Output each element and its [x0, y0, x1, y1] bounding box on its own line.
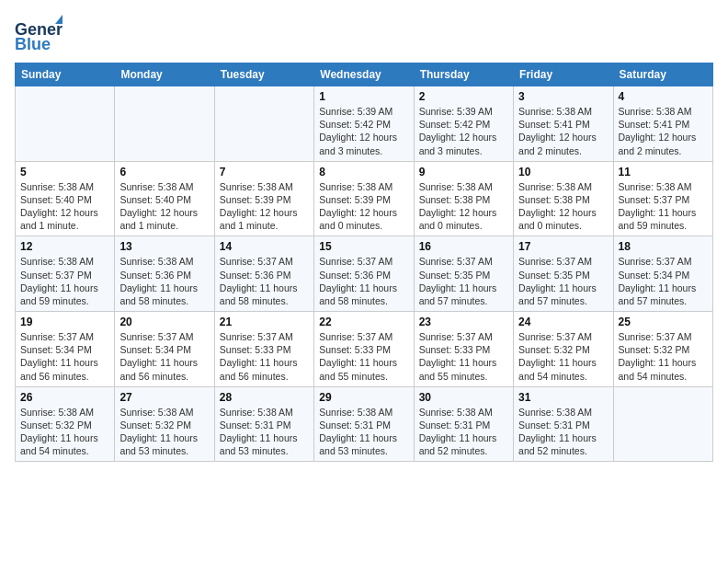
day-number: 11 [619, 166, 708, 178]
day-number: 15 [319, 240, 408, 253]
empty-cell [115, 86, 214, 162]
weekday-header-friday: Friday [514, 63, 613, 86]
day-number: 28 [220, 391, 309, 404]
day-cell-14: 14Sunrise: 5:37 AM Sunset: 5:36 PM Dayli… [214, 236, 313, 312]
day-info: Sunrise: 5:38 AM Sunset: 5:40 PM Dayligh… [119, 180, 209, 233]
day-cell-29: 29Sunrise: 5:38 AM Sunset: 5:31 PM Dayli… [314, 386, 414, 462]
day-info: Sunrise: 5:39 AM Sunset: 5:42 PM Dayligh… [319, 105, 408, 157]
day-cell-28: 28Sunrise: 5:38 AM Sunset: 5:31 PM Dayli… [214, 386, 313, 462]
day-cell-22: 22Sunrise: 5:37 AM Sunset: 5:33 PM Dayli… [314, 312, 414, 387]
day-cell-3: 3Sunrise: 5:38 AM Sunset: 5:41 PM Daylig… [514, 86, 613, 162]
day-cell-26: 26Sunrise: 5:38 AM Sunset: 5:32 PM Dayli… [16, 386, 115, 462]
day-number: 20 [119, 316, 209, 328]
day-info: Sunrise: 5:38 AM Sunset: 5:37 PM Dayligh… [619, 180, 708, 233]
day-cell-21: 21Sunrise: 5:37 AM Sunset: 5:33 PM Dayli… [214, 312, 313, 387]
day-number: 8 [319, 166, 408, 178]
day-cell-23: 23Sunrise: 5:37 AM Sunset: 5:33 PM Dayli… [414, 312, 513, 387]
day-number: 30 [419, 391, 508, 404]
day-cell-17: 17Sunrise: 5:37 AM Sunset: 5:35 PM Dayli… [514, 236, 613, 312]
day-info: Sunrise: 5:37 AM Sunset: 5:34 PM Dayligh… [119, 330, 209, 383]
day-info: Sunrise: 5:37 AM Sunset: 5:35 PM Dayligh… [419, 255, 508, 307]
day-number: 26 [20, 391, 109, 404]
calendar-week-row: 1Sunrise: 5:39 AM Sunset: 5:42 PM Daylig… [16, 86, 713, 162]
day-number: 25 [619, 316, 708, 328]
day-info: Sunrise: 5:38 AM Sunset: 5:37 PM Dayligh… [20, 255, 109, 307]
day-info: Sunrise: 5:37 AM Sunset: 5:33 PM Dayligh… [319, 330, 408, 383]
day-number: 2 [419, 90, 508, 103]
day-cell-25: 25Sunrise: 5:37 AM Sunset: 5:32 PM Dayli… [613, 312, 712, 387]
svg-marker-2 [55, 15, 63, 24]
day-cell-27: 27Sunrise: 5:38 AM Sunset: 5:32 PM Dayli… [115, 386, 214, 462]
day-number: 10 [518, 166, 608, 178]
day-cell-8: 8Sunrise: 5:38 AM Sunset: 5:39 PM Daylig… [314, 161, 414, 236]
weekday-header-row: SundayMondayTuesdayWednesdayThursdayFrid… [16, 63, 713, 86]
calendar-week-row: 26Sunrise: 5:38 AM Sunset: 5:32 PM Dayli… [16, 386, 713, 462]
day-number: 6 [119, 166, 209, 178]
day-info: Sunrise: 5:37 AM Sunset: 5:36 PM Dayligh… [220, 255, 309, 307]
day-cell-20: 20Sunrise: 5:37 AM Sunset: 5:34 PM Dayli… [115, 312, 214, 387]
day-cell-10: 10Sunrise: 5:38 AM Sunset: 5:38 PM Dayli… [514, 161, 613, 236]
svg-text:Blue: Blue [15, 35, 51, 53]
day-cell-5: 5Sunrise: 5:38 AM Sunset: 5:40 PM Daylig… [16, 161, 115, 236]
day-info: Sunrise: 5:37 AM Sunset: 5:35 PM Dayligh… [518, 255, 608, 307]
weekday-header-monday: Monday [115, 63, 214, 86]
day-info: Sunrise: 5:37 AM Sunset: 5:34 PM Dayligh… [20, 330, 109, 383]
day-info: Sunrise: 5:37 AM Sunset: 5:34 PM Dayligh… [619, 255, 708, 307]
calendar-week-row: 19Sunrise: 5:37 AM Sunset: 5:34 PM Dayli… [16, 312, 713, 387]
day-info: Sunrise: 5:38 AM Sunset: 5:32 PM Dayligh… [119, 406, 209, 458]
day-info: Sunrise: 5:38 AM Sunset: 5:32 PM Dayligh… [20, 406, 109, 458]
day-cell-24: 24Sunrise: 5:37 AM Sunset: 5:32 PM Dayli… [514, 312, 613, 387]
calendar-table: SundayMondayTuesdayWednesdayThursdayFrid… [15, 63, 713, 462]
weekday-header-saturday: Saturday [613, 63, 712, 86]
day-info: Sunrise: 5:39 AM Sunset: 5:42 PM Dayligh… [419, 105, 508, 157]
logo-icon: General Blue [15, 15, 63, 55]
day-number: 5 [20, 166, 109, 178]
empty-cell [214, 86, 313, 162]
day-info: Sunrise: 5:37 AM Sunset: 5:33 PM Dayligh… [419, 330, 508, 383]
day-cell-6: 6Sunrise: 5:38 AM Sunset: 5:40 PM Daylig… [115, 161, 214, 236]
page-header: General Blue [15, 15, 713, 55]
day-number: 31 [518, 391, 608, 404]
day-number: 4 [619, 90, 708, 103]
calendar-week-row: 12Sunrise: 5:38 AM Sunset: 5:37 PM Dayli… [16, 236, 713, 312]
day-cell-13: 13Sunrise: 5:38 AM Sunset: 5:36 PM Dayli… [115, 236, 214, 312]
calendar-week-row: 5Sunrise: 5:38 AM Sunset: 5:40 PM Daylig… [16, 161, 713, 236]
day-number: 23 [419, 316, 508, 328]
day-info: Sunrise: 5:37 AM Sunset: 5:32 PM Dayligh… [518, 330, 608, 383]
day-number: 14 [220, 240, 309, 253]
day-number: 7 [220, 166, 309, 178]
empty-cell [16, 86, 115, 162]
day-info: Sunrise: 5:38 AM Sunset: 5:38 PM Dayligh… [419, 180, 508, 233]
day-number: 1 [319, 90, 408, 103]
day-info: Sunrise: 5:38 AM Sunset: 5:38 PM Dayligh… [518, 180, 608, 233]
day-number: 9 [419, 166, 508, 178]
day-cell-2: 2Sunrise: 5:39 AM Sunset: 5:42 PM Daylig… [414, 86, 513, 162]
day-number: 27 [119, 391, 209, 404]
day-info: Sunrise: 5:38 AM Sunset: 5:40 PM Dayligh… [20, 180, 109, 233]
weekday-header-wednesday: Wednesday [314, 63, 414, 86]
day-cell-7: 7Sunrise: 5:38 AM Sunset: 5:39 PM Daylig… [214, 161, 313, 236]
day-info: Sunrise: 5:38 AM Sunset: 5:39 PM Dayligh… [220, 180, 309, 233]
day-number: 16 [419, 240, 508, 253]
day-info: Sunrise: 5:38 AM Sunset: 5:36 PM Dayligh… [119, 255, 209, 307]
weekday-header-tuesday: Tuesday [214, 63, 313, 86]
empty-cell [613, 386, 712, 462]
day-number: 12 [20, 240, 109, 253]
logo: General Blue [15, 15, 63, 55]
day-cell-4: 4Sunrise: 5:38 AM Sunset: 5:41 PM Daylig… [613, 86, 712, 162]
day-info: Sunrise: 5:38 AM Sunset: 5:31 PM Dayligh… [319, 406, 408, 458]
day-info: Sunrise: 5:37 AM Sunset: 5:36 PM Dayligh… [319, 255, 408, 307]
day-cell-16: 16Sunrise: 5:37 AM Sunset: 5:35 PM Dayli… [414, 236, 513, 312]
day-number: 21 [220, 316, 309, 328]
day-cell-15: 15Sunrise: 5:37 AM Sunset: 5:36 PM Dayli… [314, 236, 414, 312]
day-number: 13 [119, 240, 209, 253]
day-info: Sunrise: 5:38 AM Sunset: 5:31 PM Dayligh… [419, 406, 508, 458]
day-number: 24 [518, 316, 608, 328]
day-cell-12: 12Sunrise: 5:38 AM Sunset: 5:37 PM Dayli… [16, 236, 115, 312]
day-info: Sunrise: 5:38 AM Sunset: 5:41 PM Dayligh… [619, 105, 708, 157]
day-info: Sunrise: 5:37 AM Sunset: 5:33 PM Dayligh… [220, 330, 309, 383]
day-number: 22 [319, 316, 408, 328]
day-info: Sunrise: 5:38 AM Sunset: 5:41 PM Dayligh… [518, 105, 608, 157]
day-number: 29 [319, 391, 408, 404]
day-number: 18 [619, 240, 708, 253]
